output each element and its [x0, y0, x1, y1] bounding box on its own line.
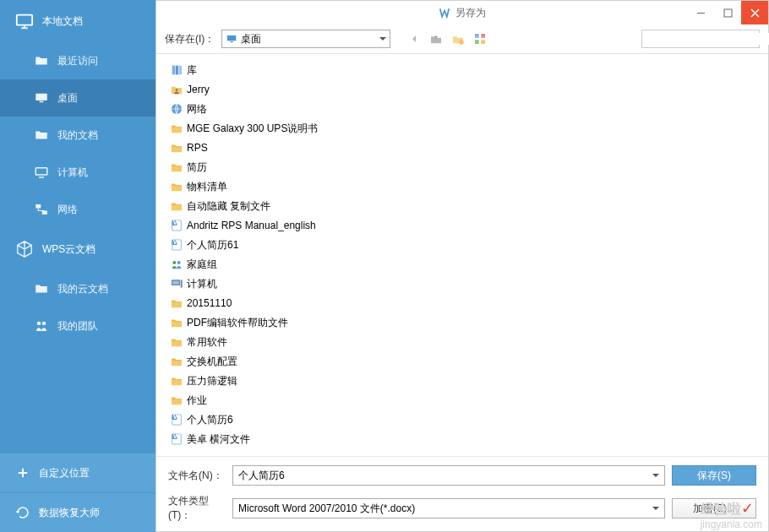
- svg-rect-24: [179, 66, 182, 75]
- svg-rect-16: [475, 34, 479, 38]
- file-name: 美卓 横河文件: [187, 432, 250, 447]
- chevron-down-icon: [379, 37, 386, 41]
- sidebar-item-label: 桌面: [57, 91, 78, 106]
- file-item[interactable]: 物料清单: [166, 177, 369, 196]
- sidebar-item-label: 最近访问: [57, 54, 98, 68]
- location-dropdown[interactable]: 桌面: [221, 30, 390, 48]
- svg-rect-12: [724, 9, 732, 17]
- watermark: 经验啦✓ jingyanla.com: [701, 499, 762, 530]
- filename-label: 文件名(N)：: [168, 469, 226, 483]
- file-item[interactable]: 交换机配置: [166, 352, 369, 371]
- file-item[interactable]: 网络: [166, 100, 369, 118]
- lib-icon: [170, 63, 183, 77]
- file-item[interactable]: 常用软件: [166, 333, 369, 351]
- svg-rect-36: [172, 281, 178, 285]
- svg-rect-19: [482, 40, 486, 44]
- svg-rect-22: [172, 66, 175, 75]
- file-item[interactable]: 压力筛逻辑: [166, 372, 369, 390]
- folder-icon: [170, 355, 183, 368]
- globe-icon: [170, 102, 183, 116]
- file-item[interactable]: 自动隐藏 复制文件: [166, 197, 369, 215]
- sidebar-item-network[interactable]: 网络: [0, 191, 155, 228]
- file-item[interactable]: W美卓 横河文件: [166, 430, 369, 448]
- folder-icon: [34, 128, 49, 143]
- file-item[interactable]: Jerry: [166, 80, 369, 99]
- close-button[interactable]: [741, 1, 768, 24]
- file-item[interactable]: RPS: [166, 138, 369, 157]
- file-item[interactable]: W个人简历61: [166, 236, 369, 254]
- filetype-dropdown[interactable]: Microsoft Word 2007/2010 文件(*.docx): [232, 498, 665, 518]
- file-name: 个人简历61: [187, 238, 238, 252]
- sidebar-item-computer[interactable]: 计算机: [0, 154, 155, 191]
- file-item[interactable]: W个人简历6: [166, 410, 369, 429]
- file-name: 压力筛逻辑: [187, 374, 237, 388]
- sidebar-item-recent[interactable]: 最近访问: [0, 42, 155, 79]
- file-item[interactable]: 家庭组: [166, 255, 369, 274]
- up-button[interactable]: [428, 30, 444, 47]
- save-in-label: 保存在(I)：: [165, 32, 215, 46]
- svg-point-34: [177, 261, 181, 264]
- svg-rect-4: [40, 101, 44, 103]
- maximize-button[interactable]: [714, 1, 741, 24]
- back-button[interactable]: [406, 30, 423, 47]
- file-name: 交换机配置: [187, 355, 237, 369]
- footer: 文件名(N)： 保存(S) 文件类型(T)： Microsoft Word 20…: [156, 456, 768, 531]
- save-button[interactable]: 保存(S): [672, 465, 756, 486]
- sidebar-item-team[interactable]: 我的团队: [0, 307, 155, 345]
- svg-text:W: W: [173, 432, 180, 440]
- file-item[interactable]: 作业: [166, 391, 369, 410]
- file-item[interactable]: 库: [166, 61, 369, 79]
- folder-icon: [34, 53, 49, 68]
- folder-icon: [170, 122, 183, 135]
- sidebar-item-label: 我的文档: [57, 128, 98, 143]
- folder-icon: [34, 281, 49, 296]
- search-input[interactable]: [647, 33, 769, 45]
- view-button[interactable]: [472, 30, 488, 47]
- recovery-icon: [15, 505, 30, 520]
- folder-icon: [170, 199, 183, 213]
- svg-rect-3: [35, 94, 47, 100]
- monitor-icon: [15, 12, 34, 30]
- minimize-button[interactable]: [687, 1, 714, 24]
- file-item[interactable]: MGE Galaxy 300 UPS说明书: [166, 119, 369, 138]
- filetype-text: Microsoft Word 2007/2010 文件(*.docx): [238, 502, 652, 516]
- sidebar-header-label: 本地文档: [42, 14, 83, 29]
- svg-rect-17: [482, 34, 486, 38]
- file-item[interactable]: PDF编辑软件帮助文件: [166, 313, 369, 332]
- filename-input[interactable]: [238, 470, 652, 481]
- sidebar-item-documents[interactable]: 我的文档: [0, 117, 155, 154]
- sidebar-item-label: 我的团队: [57, 319, 98, 334]
- filename-input-wrapper[interactable]: [232, 465, 665, 486]
- svg-point-33: [172, 261, 176, 264]
- sidebar-data-recovery[interactable]: 数据恢复大师: [0, 493, 155, 532]
- search-box[interactable]: [641, 30, 760, 48]
- svg-rect-14: [231, 41, 234, 42]
- svg-rect-8: [42, 211, 47, 215]
- file-item[interactable]: 计算机: [166, 274, 369, 293]
- sidebar-header-local: 本地文档: [0, 0, 155, 42]
- team-icon: [34, 318, 49, 334]
- file-name: 简历: [187, 160, 207, 175]
- computer-icon: [34, 165, 49, 180]
- svg-rect-13: [227, 35, 237, 41]
- new-folder-button[interactable]: [450, 30, 466, 47]
- file-name: RPS: [187, 142, 208, 154]
- sidebar-custom-location[interactable]: 自定义位置: [0, 453, 155, 492]
- svg-text:W: W: [173, 413, 180, 421]
- file-item[interactable]: WAndritz RPS Manual_english: [166, 216, 369, 235]
- file-item[interactable]: 简历: [166, 158, 369, 176]
- file-name: 家庭组: [187, 258, 217, 272]
- sidebar-item-desktop[interactable]: 桌面: [0, 79, 155, 117]
- svg-point-25: [176, 89, 178, 91]
- sidebar-header-cloud: WPS云文档: [0, 228, 155, 270]
- pc-icon: [170, 277, 183, 290]
- cube-icon: [15, 240, 34, 258]
- file-name: MGE Galaxy 300 UPS说明书: [187, 122, 318, 136]
- file-name: 个人简历6: [187, 413, 233, 427]
- svg-point-15: [460, 40, 464, 44]
- folder-icon: [170, 141, 183, 155]
- sidebar-item-cloud-docs[interactable]: 我的云文档: [0, 270, 155, 307]
- file-item[interactable]: 20151110: [166, 294, 369, 312]
- svg-rect-37: [181, 280, 183, 287]
- svg-text:W: W: [173, 219, 180, 226]
